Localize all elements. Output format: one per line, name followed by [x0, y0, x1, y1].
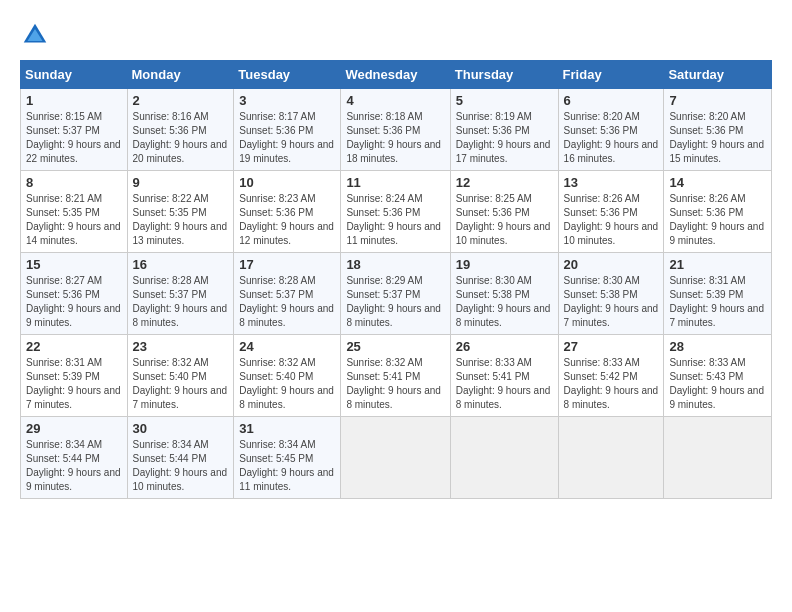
- day-info: Sunrise: 8:26 AMSunset: 5:36 PMDaylight:…: [669, 192, 766, 248]
- day-of-week-saturday: Saturday: [664, 61, 772, 89]
- calendar-cell: 13Sunrise: 8:26 AMSunset: 5:36 PMDayligh…: [558, 171, 664, 253]
- day-info: Sunrise: 8:15 AMSunset: 5:37 PMDaylight:…: [26, 110, 122, 166]
- calendar-cell: 18Sunrise: 8:29 AMSunset: 5:37 PMDayligh…: [341, 253, 450, 335]
- calendar-cell: 16Sunrise: 8:28 AMSunset: 5:37 PMDayligh…: [127, 253, 234, 335]
- day-number: 4: [346, 93, 444, 108]
- day-number: 6: [564, 93, 659, 108]
- day-info: Sunrise: 8:20 AMSunset: 5:36 PMDaylight:…: [564, 110, 659, 166]
- calendar-cell: 19Sunrise: 8:30 AMSunset: 5:38 PMDayligh…: [450, 253, 558, 335]
- day-number: 11: [346, 175, 444, 190]
- calendar-header: SundayMondayTuesdayWednesdayThursdayFrid…: [21, 61, 772, 89]
- day-number: 30: [133, 421, 229, 436]
- day-info: Sunrise: 8:20 AMSunset: 5:36 PMDaylight:…: [669, 110, 766, 166]
- header-row: SundayMondayTuesdayWednesdayThursdayFrid…: [21, 61, 772, 89]
- calendar-week-2: 8Sunrise: 8:21 AMSunset: 5:35 PMDaylight…: [21, 171, 772, 253]
- day-info: Sunrise: 8:29 AMSunset: 5:37 PMDaylight:…: [346, 274, 444, 330]
- day-number: 9: [133, 175, 229, 190]
- day-number: 25: [346, 339, 444, 354]
- day-info: Sunrise: 8:30 AMSunset: 5:38 PMDaylight:…: [564, 274, 659, 330]
- calendar-cell: [664, 417, 772, 499]
- day-info: Sunrise: 8:22 AMSunset: 5:35 PMDaylight:…: [133, 192, 229, 248]
- day-info: Sunrise: 8:32 AMSunset: 5:40 PMDaylight:…: [133, 356, 229, 412]
- calendar-cell: 22Sunrise: 8:31 AMSunset: 5:39 PMDayligh…: [21, 335, 128, 417]
- calendar-cell: 30Sunrise: 8:34 AMSunset: 5:44 PMDayligh…: [127, 417, 234, 499]
- day-info: Sunrise: 8:32 AMSunset: 5:40 PMDaylight:…: [239, 356, 335, 412]
- day-number: 14: [669, 175, 766, 190]
- day-info: Sunrise: 8:33 AMSunset: 5:43 PMDaylight:…: [669, 356, 766, 412]
- calendar-cell: 23Sunrise: 8:32 AMSunset: 5:40 PMDayligh…: [127, 335, 234, 417]
- logo-icon: [20, 20, 50, 50]
- day-info: Sunrise: 8:28 AMSunset: 5:37 PMDaylight:…: [133, 274, 229, 330]
- calendar-cell: 4Sunrise: 8:18 AMSunset: 5:36 PMDaylight…: [341, 89, 450, 171]
- calendar-cell: 10Sunrise: 8:23 AMSunset: 5:36 PMDayligh…: [234, 171, 341, 253]
- day-number: 23: [133, 339, 229, 354]
- day-info: Sunrise: 8:30 AMSunset: 5:38 PMDaylight:…: [456, 274, 553, 330]
- calendar-cell: 20Sunrise: 8:30 AMSunset: 5:38 PMDayligh…: [558, 253, 664, 335]
- day-number: 22: [26, 339, 122, 354]
- day-of-week-monday: Monday: [127, 61, 234, 89]
- day-number: 2: [133, 93, 229, 108]
- day-number: 1: [26, 93, 122, 108]
- day-info: Sunrise: 8:31 AMSunset: 5:39 PMDaylight:…: [669, 274, 766, 330]
- calendar-cell: 31Sunrise: 8:34 AMSunset: 5:45 PMDayligh…: [234, 417, 341, 499]
- day-number: 26: [456, 339, 553, 354]
- calendar-cell: 9Sunrise: 8:22 AMSunset: 5:35 PMDaylight…: [127, 171, 234, 253]
- calendar-cell: 11Sunrise: 8:24 AMSunset: 5:36 PMDayligh…: [341, 171, 450, 253]
- day-number: 20: [564, 257, 659, 272]
- calendar-cell: 27Sunrise: 8:33 AMSunset: 5:42 PMDayligh…: [558, 335, 664, 417]
- logo: [20, 20, 54, 50]
- day-info: Sunrise: 8:28 AMSunset: 5:37 PMDaylight:…: [239, 274, 335, 330]
- day-number: 31: [239, 421, 335, 436]
- day-number: 12: [456, 175, 553, 190]
- day-info: Sunrise: 8:17 AMSunset: 5:36 PMDaylight:…: [239, 110, 335, 166]
- calendar-cell: 12Sunrise: 8:25 AMSunset: 5:36 PMDayligh…: [450, 171, 558, 253]
- day-number: 15: [26, 257, 122, 272]
- calendar-cell: 1Sunrise: 8:15 AMSunset: 5:37 PMDaylight…: [21, 89, 128, 171]
- day-info: Sunrise: 8:16 AMSunset: 5:36 PMDaylight:…: [133, 110, 229, 166]
- day-info: Sunrise: 8:24 AMSunset: 5:36 PMDaylight:…: [346, 192, 444, 248]
- calendar-cell: 21Sunrise: 8:31 AMSunset: 5:39 PMDayligh…: [664, 253, 772, 335]
- calendar-cell: 29Sunrise: 8:34 AMSunset: 5:44 PMDayligh…: [21, 417, 128, 499]
- day-of-week-friday: Friday: [558, 61, 664, 89]
- day-info: Sunrise: 8:33 AMSunset: 5:42 PMDaylight:…: [564, 356, 659, 412]
- day-of-week-sunday: Sunday: [21, 61, 128, 89]
- day-number: 16: [133, 257, 229, 272]
- calendar-week-3: 15Sunrise: 8:27 AMSunset: 5:36 PMDayligh…: [21, 253, 772, 335]
- day-info: Sunrise: 8:33 AMSunset: 5:41 PMDaylight:…: [456, 356, 553, 412]
- day-info: Sunrise: 8:34 AMSunset: 5:44 PMDaylight:…: [26, 438, 122, 494]
- day-info: Sunrise: 8:25 AMSunset: 5:36 PMDaylight:…: [456, 192, 553, 248]
- day-number: 18: [346, 257, 444, 272]
- calendar-body: 1Sunrise: 8:15 AMSunset: 5:37 PMDaylight…: [21, 89, 772, 499]
- day-number: 29: [26, 421, 122, 436]
- day-number: 7: [669, 93, 766, 108]
- calendar-cell: 14Sunrise: 8:26 AMSunset: 5:36 PMDayligh…: [664, 171, 772, 253]
- day-number: 24: [239, 339, 335, 354]
- day-info: Sunrise: 8:23 AMSunset: 5:36 PMDaylight:…: [239, 192, 335, 248]
- day-of-week-tuesday: Tuesday: [234, 61, 341, 89]
- calendar-cell: 6Sunrise: 8:20 AMSunset: 5:36 PMDaylight…: [558, 89, 664, 171]
- day-number: 21: [669, 257, 766, 272]
- day-number: 3: [239, 93, 335, 108]
- day-info: Sunrise: 8:32 AMSunset: 5:41 PMDaylight:…: [346, 356, 444, 412]
- calendar-cell: 25Sunrise: 8:32 AMSunset: 5:41 PMDayligh…: [341, 335, 450, 417]
- day-info: Sunrise: 8:19 AMSunset: 5:36 PMDaylight:…: [456, 110, 553, 166]
- day-info: Sunrise: 8:18 AMSunset: 5:36 PMDaylight:…: [346, 110, 444, 166]
- calendar-week-4: 22Sunrise: 8:31 AMSunset: 5:39 PMDayligh…: [21, 335, 772, 417]
- calendar-week-1: 1Sunrise: 8:15 AMSunset: 5:37 PMDaylight…: [21, 89, 772, 171]
- calendar-cell: 26Sunrise: 8:33 AMSunset: 5:41 PMDayligh…: [450, 335, 558, 417]
- day-number: 19: [456, 257, 553, 272]
- day-number: 8: [26, 175, 122, 190]
- calendar-cell: [341, 417, 450, 499]
- day-info: Sunrise: 8:21 AMSunset: 5:35 PMDaylight:…: [26, 192, 122, 248]
- day-info: Sunrise: 8:34 AMSunset: 5:45 PMDaylight:…: [239, 438, 335, 494]
- calendar-cell: 17Sunrise: 8:28 AMSunset: 5:37 PMDayligh…: [234, 253, 341, 335]
- calendar-table: SundayMondayTuesdayWednesdayThursdayFrid…: [20, 60, 772, 499]
- calendar-cell: 15Sunrise: 8:27 AMSunset: 5:36 PMDayligh…: [21, 253, 128, 335]
- calendar-cell: 5Sunrise: 8:19 AMSunset: 5:36 PMDaylight…: [450, 89, 558, 171]
- day-number: 17: [239, 257, 335, 272]
- day-of-week-wednesday: Wednesday: [341, 61, 450, 89]
- day-of-week-thursday: Thursday: [450, 61, 558, 89]
- calendar-cell: [558, 417, 664, 499]
- day-number: 28: [669, 339, 766, 354]
- day-number: 27: [564, 339, 659, 354]
